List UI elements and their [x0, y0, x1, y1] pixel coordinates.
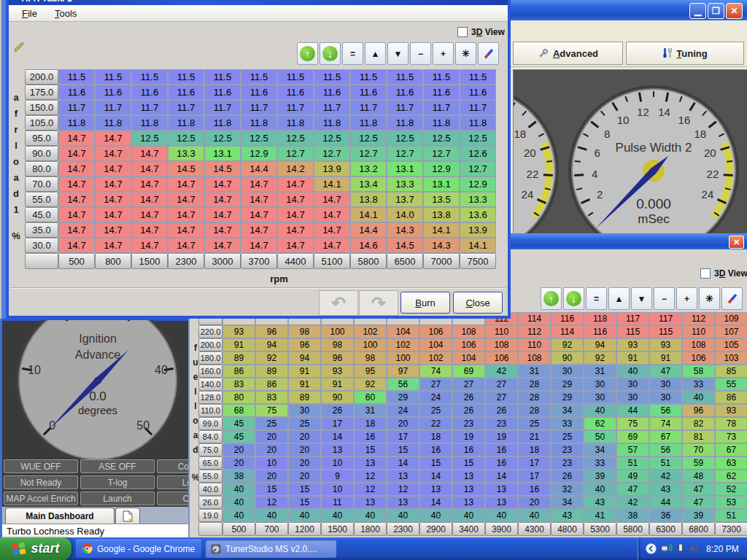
table-cell[interactable]: 74	[649, 417, 682, 430]
table-cell[interactable]: 14	[419, 470, 452, 483]
table-cell[interactable]: 14	[485, 470, 518, 483]
table-cell[interactable]: 53	[715, 496, 747, 509]
table-cell[interactable]: 74	[419, 365, 452, 378]
table-cell[interactable]: 9	[321, 470, 354, 483]
table-cell[interactable]: 20	[288, 456, 321, 470]
table-cell[interactable]: 91	[222, 338, 255, 351]
table-cell[interactable]: 106	[682, 351, 715, 365]
table-cell[interactable]: 28	[518, 378, 551, 391]
table-cell[interactable]: 40	[321, 509, 354, 522]
table-cell[interactable]: 12.7	[460, 161, 496, 176]
table-cell[interactable]: 106	[452, 338, 485, 351]
table-cell[interactable]: 15	[255, 483, 288, 496]
table-cell[interactable]: 102	[419, 351, 452, 365]
table-cell[interactable]: 11.7	[350, 100, 387, 115]
table-cell[interactable]: 14.1	[423, 222, 460, 238]
table-cell[interactable]: 47	[682, 496, 715, 509]
table-cell[interactable]: 13.5	[423, 192, 460, 207]
table-cell[interactable]: 112	[518, 325, 551, 338]
table-cell[interactable]: 14.2	[277, 161, 314, 176]
table-cell[interactable]: 40	[222, 496, 255, 509]
table-cell[interactable]: 11.7	[168, 100, 204, 115]
advanced-button[interactable]: Advanced	[513, 42, 623, 65]
table-cell[interactable]: 18	[354, 417, 387, 430]
table-cell[interactable]: 13	[354, 496, 387, 509]
table-cell[interactable]: 91	[616, 351, 649, 365]
table-cell[interactable]: 114	[518, 312, 551, 325]
table-cell[interactable]: 17	[321, 417, 354, 430]
table-cell[interactable]: 27	[485, 391, 518, 404]
table-cell[interactable]: 110	[518, 338, 551, 351]
table-cell[interactable]: 106	[419, 325, 452, 338]
table-cell[interactable]: 11.5	[387, 69, 423, 85]
table-cell[interactable]: 23	[551, 456, 584, 470]
table-cell[interactable]: 98	[288, 325, 321, 338]
table-cell[interactable]: 20	[288, 470, 321, 483]
table-cell[interactable]: 14.7	[58, 176, 95, 192]
table-cell[interactable]: 49	[616, 470, 649, 483]
table-cell[interactable]: 56	[649, 404, 682, 417]
table-cell[interactable]: 41	[584, 509, 616, 522]
table-cell[interactable]: 14.7	[131, 161, 168, 176]
table-cell[interactable]: 14.5	[168, 161, 204, 176]
table-cell[interactable]: 13.1	[387, 161, 423, 176]
table-cell[interactable]: 14.7	[241, 192, 277, 207]
table-cell[interactable]: 47	[649, 365, 682, 378]
table-cell[interactable]: 25	[255, 417, 288, 430]
table-cell[interactable]: 13	[452, 470, 485, 483]
menu-file[interactable]: File	[15, 7, 44, 20]
table-cell[interactable]: 89	[288, 391, 321, 404]
table-cell[interactable]: 13.1	[204, 146, 241, 161]
table-cell[interactable]: 20	[222, 443, 255, 456]
table-cell[interactable]: 30	[288, 404, 321, 417]
table-cell[interactable]: 40	[354, 509, 387, 522]
table-cell[interactable]: 11.6	[58, 85, 95, 100]
table-cell[interactable]: 14.1	[350, 207, 387, 222]
table-cell[interactable]: 102	[354, 325, 387, 338]
table-cell[interactable]: 11.6	[387, 85, 423, 100]
table-cell[interactable]: 94	[584, 338, 616, 351]
plus-icon[interactable]: +	[676, 287, 697, 310]
table-cell[interactable]: 11.8	[131, 115, 168, 131]
table-cell[interactable]: 67	[715, 443, 747, 456]
table-cell[interactable]: 11.5	[460, 69, 496, 85]
table-cell[interactable]: 38	[222, 470, 255, 483]
table-cell[interactable]: 40	[255, 509, 288, 522]
table-cell[interactable]: 16	[518, 483, 551, 496]
table-cell[interactable]: 13	[419, 483, 452, 496]
table-cell[interactable]: 62	[715, 470, 747, 483]
table-cell[interactable]: 14.7	[58, 131, 95, 146]
table-cell[interactable]: 10	[321, 483, 354, 496]
table-cell[interactable]: 11.5	[350, 69, 387, 85]
table-cell[interactable]: 14.7	[131, 176, 168, 192]
new-dashboard-tab[interactable]	[115, 508, 140, 524]
table-cell[interactable]: 13.4	[350, 176, 387, 192]
table-cell[interactable]: 14.7	[95, 131, 131, 146]
table-cell[interactable]: 26	[551, 470, 584, 483]
table-cell[interactable]: 11.6	[350, 85, 387, 100]
table-cell[interactable]: 110	[682, 325, 715, 338]
table-cell[interactable]: 25	[419, 404, 452, 417]
table-cell[interactable]: 14.7	[58, 238, 95, 253]
table-cell[interactable]: 30	[584, 391, 616, 404]
table-cell[interactable]: 30	[584, 378, 616, 391]
table-cell[interactable]: 90	[551, 351, 584, 365]
table-cell[interactable]: 11.5	[314, 69, 350, 85]
table-cell[interactable]: 14.7	[95, 146, 131, 161]
table-cell[interactable]: 11.5	[277, 69, 314, 85]
table-cell[interactable]: 94	[255, 338, 288, 351]
table-cell[interactable]: 82	[682, 417, 715, 430]
table-cell[interactable]: 92	[354, 378, 387, 391]
table-cell[interactable]: 14.7	[131, 222, 168, 238]
redo-button[interactable]: ↷	[359, 290, 398, 316]
table-cell[interactable]: 14.7	[314, 207, 350, 222]
table-cell[interactable]: 29	[551, 378, 584, 391]
table-cell[interactable]: 13	[387, 496, 419, 509]
table-cell[interactable]: 13	[321, 443, 354, 456]
table-cell[interactable]: 30	[616, 378, 649, 391]
scale-up-icon[interactable]: ↑	[297, 42, 318, 65]
close-button[interactable]: Close	[453, 292, 503, 314]
table-cell[interactable]: 51	[715, 509, 747, 522]
table-cell[interactable]: 17	[387, 430, 419, 443]
decrement-icon[interactable]: ▼	[387, 42, 409, 65]
